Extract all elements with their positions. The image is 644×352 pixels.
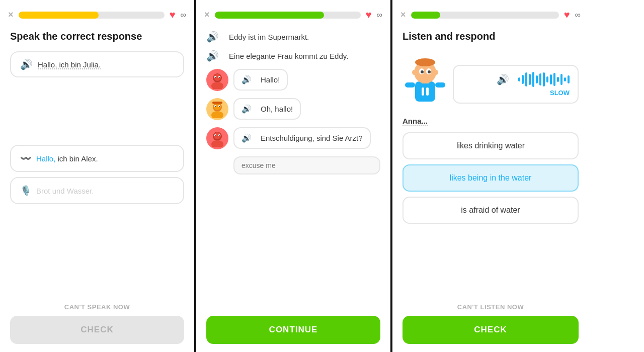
svg-rect-36 — [435, 82, 445, 87]
chat-bubble-3[interactable]: 🔊 Entschuldigung, sind Sie Arzt? — [233, 127, 371, 149]
svg-rect-15 — [212, 102, 222, 104]
slow-button[interactable]: SLOW — [550, 89, 570, 97]
chat-bubble-2[interactable]: 🔊 Oh, hallo! — [233, 98, 301, 120]
narrator-text2: Eine elegante Frau kommt zu Eddy. — [229, 52, 348, 60]
avatar-female-2 — [206, 127, 228, 149]
wave-bar — [550, 74, 552, 84]
audio-icon-wave: 🔊 — [497, 73, 509, 85]
infinity-icon: ∞ — [181, 11, 186, 20]
svg-point-31 — [434, 70, 438, 75]
wave-bar — [560, 74, 562, 85]
wave-bar — [529, 74, 531, 85]
character — [403, 51, 448, 109]
close-icon-panel2[interactable]: × — [204, 10, 210, 20]
cant-listen-button[interactable]: CAN'T LISTEN NOW — [457, 303, 524, 311]
chat-row-1: 🔊 Hallo! — [206, 69, 380, 91]
wave-bar — [539, 73, 541, 85]
audio-icon-chat3: 🔊 — [242, 133, 252, 143]
highlight-word: Hallo, — [36, 154, 55, 163]
panel3-content: Listen and respond — [392, 26, 589, 298]
audio-icon-chat2: 🔊 — [242, 104, 252, 114]
cant-speak-button[interactable]: CAN'T SPEAK NOW — [64, 303, 130, 311]
panel1-footer: CAN'T SPEAK NOW CHECK — [0, 298, 194, 352]
svg-point-12 — [215, 106, 216, 107]
svg-point-6 — [219, 77, 220, 78]
chat-row-2: 🔊 Oh, hallo! — [206, 98, 380, 120]
wave-bar — [522, 75, 524, 84]
anna-label: Anna... — [403, 117, 579, 125]
answer-option-2[interactable]: likes being in the water — [403, 164, 579, 192]
translation-bubble: excuse me — [233, 156, 380, 174]
svg-point-29 — [428, 70, 431, 73]
panel-chat: × ♥ ∞ 🔊 Eddy ist im Supermarkt. 🔊 Eine e… — [196, 0, 392, 352]
option-text-3: is afraid of water — [461, 206, 520, 214]
heart-icon-panel2: ♥ — [366, 9, 372, 21]
wave-bar — [568, 75, 570, 83]
svg-rect-34 — [426, 87, 429, 96]
wave-bars — [518, 72, 570, 87]
svg-point-9 — [211, 111, 223, 118]
progress-bar-fill-panel2 — [215, 12, 325, 19]
check-button-panel3[interactable]: CHECK — [403, 316, 579, 344]
wave-bar — [564, 77, 566, 81]
audio-bubble-panel1[interactable]: 🔊 Hallo, ich bin Julia. — [10, 51, 184, 77]
panel3-footer: CAN'T LISTEN NOW CHECK — [392, 298, 589, 352]
audio-icon-narrator1[interactable]: 🔊 — [206, 31, 219, 43]
panel2-content: 🔊 Eddy ist im Supermarkt. 🔊 Eine elegant… — [196, 26, 390, 311]
avatar-female-1 — [206, 69, 228, 91]
response-text-suffix: ich bin Alex. — [55, 154, 98, 163]
response-text: Hallo, ich bin Alex. — [36, 154, 98, 163]
chat-area: 🔊 Eddy ist im Supermarkt. 🔊 Eine elegant… — [206, 31, 380, 174]
audio-wave-box[interactable]: 🔊 — [453, 65, 579, 104]
character-audio-area: 🔊 — [403, 51, 579, 109]
svg-point-13 — [219, 106, 220, 107]
mic-icon: 🎙️ — [20, 185, 31, 196]
close-icon-panel3[interactable]: × — [400, 10, 406, 20]
wave-bar — [546, 76, 548, 82]
svg-point-18 — [211, 140, 223, 147]
infinity-icon-panel3: ∞ — [575, 11, 581, 20]
svg-point-2 — [211, 82, 223, 89]
svg-point-28 — [421, 70, 424, 73]
chat-bubble-1[interactable]: 🔊 Hallo! — [233, 69, 288, 91]
speech-input-area[interactable]: 🎙️ Brot und Wasser. — [10, 177, 184, 204]
panel3-title: Listen and respond — [403, 31, 579, 42]
svg-rect-33 — [422, 87, 424, 96]
wave-bar — [525, 72, 527, 86]
audio-icon-narrator2[interactable]: 🔊 — [206, 50, 219, 62]
speech-placeholder: Brot und Wasser. — [36, 187, 94, 195]
panel1-header: × ♥ ∞ — [0, 0, 194, 26]
narrator-line2: 🔊 Eine elegante Frau kommt zu Eddy. — [206, 50, 380, 62]
continue-button[interactable]: CONTINUE — [206, 316, 380, 344]
panel2-footer: CONTINUE — [196, 311, 390, 352]
panel-listen: × ♥ ∞ Listen and respond — [392, 0, 589, 352]
chat-text-2: Oh, hallo! — [261, 105, 293, 113]
svg-rect-23 — [415, 81, 435, 102]
check-button-panel1[interactable]: CHECK — [10, 316, 184, 344]
option-text-1: likes drinking water — [456, 141, 525, 150]
narrator-line1: 🔊 Eddy ist im Supermarkt. — [206, 31, 380, 43]
option-text-2: likes being in the water — [450, 173, 532, 182]
panel1-content: Speak the correct response 🔊 Hallo, ich … — [0, 26, 194, 298]
progress-bar-bg — [19, 12, 165, 19]
infinity-icon-panel2: ∞ — [377, 11, 382, 20]
svg-point-22 — [219, 135, 220, 136]
close-icon[interactable]: × — [8, 10, 14, 20]
panel2-header: × ♥ ∞ — [196, 0, 390, 26]
wave-bar — [518, 77, 520, 81]
svg-point-21 — [215, 135, 216, 136]
audio-wave-row: 🔊 — [497, 72, 570, 87]
panel-speak: × ♥ ∞ Speak the correct response 🔊 Hallo… — [0, 0, 196, 352]
progress-bar-fill — [19, 12, 99, 19]
progress-bar-bg-panel3 — [411, 12, 559, 19]
panel3-header: × ♥ ∞ — [392, 0, 589, 26]
answer-option-1[interactable]: likes drinking water — [403, 132, 579, 159]
heart-icon: ♥ — [170, 9, 176, 21]
chat-text-1: Hallo! — [261, 75, 280, 84]
wave-bar — [543, 72, 545, 86]
audio-icon-chat1: 🔊 — [242, 75, 252, 84]
narrator-text1: Eddy ist im Supermarkt. — [229, 33, 309, 41]
svg-rect-35 — [405, 82, 415, 87]
wave-bar — [532, 72, 534, 87]
answer-option-3[interactable]: is afraid of water — [403, 197, 579, 224]
